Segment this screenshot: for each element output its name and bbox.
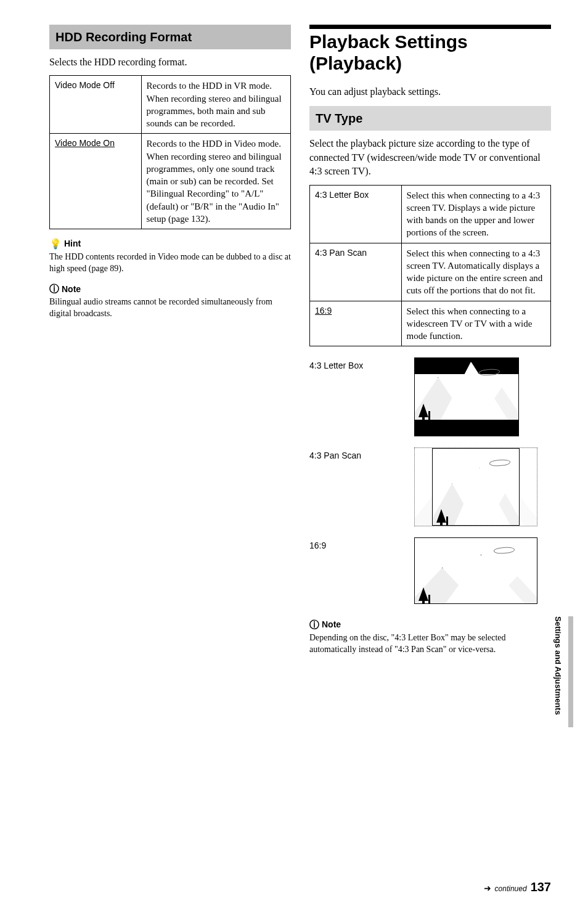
cell-label: 4:3 Letter Box <box>310 185 402 243</box>
table-row: 4:3 Letter Box Select this when connecti… <box>310 185 551 243</box>
ratio-label: 16:9 <box>309 537 383 552</box>
right-column: Playback Settings (Playback) You can adj… <box>309 25 551 656</box>
note-text: Depending on the disc, "4:3 Letter Box" … <box>309 632 551 656</box>
left-column: HDD Recording Format Selects the HDD rec… <box>49 25 291 656</box>
hint-heading: 💡 Hint <box>49 238 291 250</box>
playback-settings-title: Playback Settings (Playback) <box>309 25 551 74</box>
playback-intro-text: You can adjust playback settings. <box>309 85 551 99</box>
ratio-row-panscan: 4:3 Pan Scan <box>309 447 551 526</box>
cell-label: 4:3 Pan Scan <box>310 243 402 301</box>
lightbulb-icon: 💡 <box>49 239 62 249</box>
ratio-row-letterbox: 4:3 Letter Box <box>309 357 551 436</box>
note-label: Note <box>322 619 341 631</box>
hdd-format-table: Video Mode Off Records to the HDD in VR … <box>49 75 291 229</box>
tv-type-table: 4:3 Letter Box Select this when connecti… <box>309 185 551 347</box>
continued-label: continued <box>495 884 527 894</box>
table-row: 16:9 Select this when connecting to a wi… <box>310 301 551 346</box>
ratio-label: 4:3 Pan Scan <box>309 447 383 462</box>
side-tab-label: Settings and Adjustments <box>552 616 563 715</box>
cell-label: Video Mode Off <box>50 76 142 134</box>
cell-label: Video Mode On <box>50 134 142 229</box>
cell-label: 16:9 <box>310 301 402 346</box>
table-row: Video Mode On Records to the HDD in Vide… <box>50 134 291 229</box>
cell-value: Records to the HDD in Video mode. When r… <box>141 134 290 229</box>
hint-text: The HDD contents recorded in Video mode … <box>49 251 291 275</box>
continued-arrow-icon: ➜ <box>484 883 491 895</box>
cell-value: Select this when connecting to a 4:3 scr… <box>401 185 550 243</box>
ratio-row-169: 16:9 <box>309 537 551 604</box>
note-heading: ⓘ Note <box>309 619 551 631</box>
note-label: Note <box>62 284 81 296</box>
note-heading: ⓘ Note <box>49 284 291 296</box>
note-text: Bilingual audio streams cannot be record… <box>49 296 291 320</box>
tv-type-intro: Select the playback picture size accordi… <box>309 137 551 178</box>
cell-value: Select this when connecting to a 4:3 scr… <box>401 243 550 301</box>
cell-value: Records to the HDD in VR mode. When reco… <box>141 76 290 134</box>
side-index-bar <box>568 616 573 727</box>
hdd-recording-format-heading: HDD Recording Format <box>49 25 291 49</box>
note-icon: ⓘ <box>309 620 319 630</box>
hint-label: Hint <box>64 238 81 250</box>
note-icon: ⓘ <box>49 284 59 294</box>
cell-value: Select this when connecting to a widescr… <box>401 301 550 346</box>
panscan-thumbnail <box>414 447 537 526</box>
hdd-intro-text: Selects the HDD recording format. <box>49 55 291 69</box>
table-row: Video Mode Off Records to the HDD in VR … <box>50 76 291 134</box>
widescreen-thumbnail <box>414 537 537 604</box>
page-number: 137 <box>531 878 551 896</box>
page-footer: ➜ continued 137 <box>484 878 551 896</box>
ratio-label: 4:3 Letter Box <box>309 357 383 372</box>
letterbox-thumbnail <box>414 357 519 436</box>
table-row: 4:3 Pan Scan Select this when connecting… <box>310 243 551 301</box>
tv-type-heading: TV Type <box>309 106 551 131</box>
